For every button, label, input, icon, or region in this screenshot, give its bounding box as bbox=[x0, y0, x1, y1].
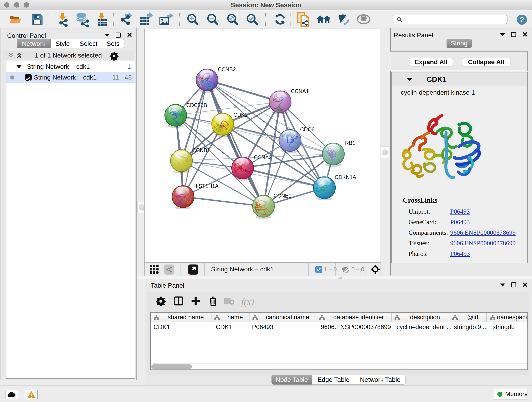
svg-text:CDC25B: CDC25B bbox=[186, 102, 207, 108]
svg-text:CCNA1: CCNA1 bbox=[291, 88, 309, 94]
svg-text:CDKN1A: CDKN1A bbox=[335, 174, 356, 180]
svg-text:HIST1H1A: HIST1H1A bbox=[193, 183, 219, 189]
svg-text:CDK1: CDK1 bbox=[234, 112, 247, 118]
svg-text:CCNE1: CCNE1 bbox=[273, 193, 291, 199]
svg-text:RB1: RB1 bbox=[345, 140, 355, 146]
svg-text:CCNB2: CCNB2 bbox=[218, 66, 236, 72]
svg-text:CCNA2: CCNA2 bbox=[254, 154, 272, 160]
svg-text:CCNB1: CCNB1 bbox=[192, 147, 210, 153]
svg-text:CDC6: CDC6 bbox=[300, 127, 315, 133]
